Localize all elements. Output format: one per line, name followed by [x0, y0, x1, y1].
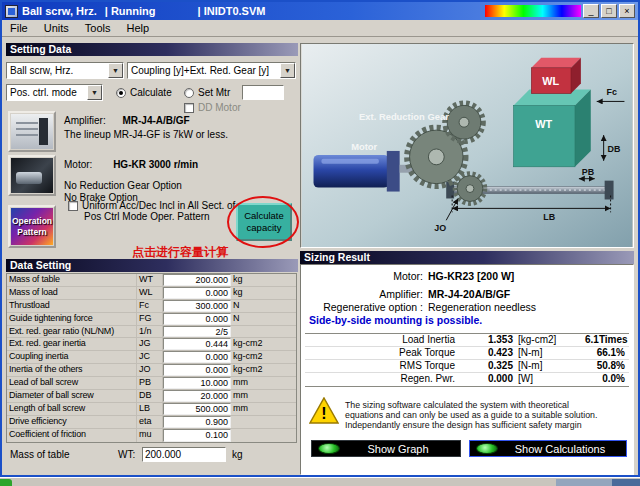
result-row: Load Inertia 1.353 [kg-cm2] 6.1Times	[305, 334, 629, 347]
close-button[interactable]: ×	[619, 4, 635, 18]
table-row[interactable]: Mass of table WT 200.000 kg	[7, 274, 296, 287]
param-value[interactable]: 0.100	[163, 429, 231, 442]
mechanism-combo[interactable]: Coupling [y]+Ext. Red. Gear [y] ▼	[127, 62, 296, 79]
chevron-down-icon[interactable]: ▼	[87, 85, 102, 100]
radio-icon[interactable]	[116, 88, 126, 98]
result-row: RMS Torque 0.325 [N-m] 50.8%	[305, 360, 629, 373]
table-row[interactable]: Inertia of the others JO 0.000 kg-cm2	[7, 364, 296, 377]
motor-device-icon	[11, 158, 53, 193]
motor-button[interactable]	[8, 155, 56, 196]
table-row[interactable]: Guide tightening force FG 0.000 N	[7, 313, 296, 326]
result-ratio: 50.8%	[585, 360, 629, 373]
param-label: Coupling inertia	[7, 351, 137, 363]
param-symbol: JC	[137, 351, 163, 363]
warning-icon: !	[309, 397, 339, 424]
result-row: Peak Torque 0.423 [N-m] 66.1%	[305, 347, 629, 360]
param-value[interactable]: 0.000	[163, 364, 231, 376]
table-row[interactable]: Coefficient of friction mu 0.100	[7, 429, 296, 442]
machine-type-combo[interactable]: Ball scrw, Hrz. ▼	[6, 62, 124, 79]
dd-motor-checkbox[interactable]: DD Motor	[184, 102, 241, 113]
titlebar[interactable]: Ball scrw, Hrz. | Running | INIDT0.SVM _…	[2, 2, 638, 20]
param-symbol: DB	[137, 390, 163, 402]
amplifier-button[interactable]	[8, 111, 56, 152]
table-row[interactable]: Diameter of ball screw DB 20.000 mm	[7, 390, 296, 403]
param-value[interactable]: 0.444	[163, 338, 231, 350]
uniform-accdec-label-2: Pos Ctrl Mode Oper. Pattern	[84, 211, 210, 222]
param-value[interactable]: 200.000	[163, 274, 231, 286]
eye-icon	[476, 443, 498, 454]
mass-of-table-input[interactable]	[142, 447, 226, 462]
param-label: Ext. red. gear inertia	[7, 338, 137, 350]
motor-line: Motor: HG-KR 3000 r/min	[64, 159, 198, 170]
table-row[interactable]: Lead of ball screw PB 10.000 mm	[7, 377, 296, 390]
table-row[interactable]: Length of ball screw LB 500.000 mm	[7, 403, 296, 416]
lb-label: LB	[543, 212, 555, 222]
app-window: Ball scrw, Hrz. | Running | INIDT0.SVM _…	[0, 0, 640, 477]
result-regen-value: Regeneration needless	[428, 301, 536, 313]
menu-help[interactable]: Help	[118, 22, 157, 34]
result-unit: [kg-cm2]	[513, 334, 585, 347]
taskbar-item-fragment[interactable]	[556, 479, 612, 486]
result-label: Regen. Pwr.	[305, 373, 455, 386]
checkbox-icon[interactable]	[68, 201, 78, 211]
result-value: 1.353	[455, 334, 513, 347]
minimize-button[interactable]: _	[583, 4, 599, 18]
jo-label: JO	[434, 223, 446, 233]
maximize-button[interactable]: □	[601, 4, 617, 18]
param-unit	[231, 429, 296, 442]
table-row[interactable]: Coupling inertia JC 0.000 kg-cm2	[7, 351, 296, 364]
chevron-down-icon[interactable]: ▼	[108, 63, 123, 78]
menu-units[interactable]: Units	[36, 22, 77, 34]
operation-pattern-label: Operation Pattern	[11, 216, 53, 236]
uniform-accdec-checkbox[interactable]: Uniform Acc/Dec Incl in All Sect. of	[68, 200, 235, 211]
param-value[interactable]: 20.000	[163, 390, 231, 402]
table-row[interactable]: Mass of load WL 0.000 kg	[7, 287, 296, 300]
taskbar	[0, 477, 640, 486]
table-row[interactable]: Ext. red. gear ratio (NL/NM) 1/n 2/5	[7, 326, 296, 339]
param-unit	[231, 326, 296, 338]
control-mode-combo[interactable]: Pos. ctrl. mode ▼	[6, 84, 103, 101]
ext-gear-label: Ext. Reduction Gear	[359, 111, 449, 122]
result-label: Load Inertia	[305, 334, 455, 347]
param-value[interactable]: 0.000	[163, 313, 231, 325]
start-button-fragment[interactable]	[0, 479, 12, 486]
window-status: | Running	[105, 5, 156, 17]
result-regen-line: Regenerative option : Regeneration needl…	[301, 301, 629, 313]
mechanism-value: Coupling [y]+Ext. Red. Gear [y]	[131, 65, 269, 76]
param-value[interactable]: 10.000	[163, 377, 231, 389]
table-row[interactable]: Ext. red. gear inertia JG 0.444 kg-cm2	[7, 338, 296, 351]
table-row[interactable]: Thrustload Fc 300.000 N	[7, 300, 296, 313]
show-calculations-button[interactable]: Show Calculations	[469, 440, 627, 457]
radio-icon[interactable]	[184, 88, 194, 98]
param-value[interactable]: 0.000	[163, 351, 231, 363]
param-symbol: LB	[137, 403, 163, 415]
app-icon	[5, 5, 18, 18]
menu-tools[interactable]: Tools	[77, 22, 119, 34]
set-mtr-input[interactable]	[242, 85, 284, 100]
param-value[interactable]: 300.000	[163, 300, 231, 312]
param-value[interactable]: 0.000	[163, 287, 231, 299]
mechanism-illustration: Ext. Reduction Gear Motor WL WT Fc DB PB…	[300, 43, 634, 248]
show-graph-button[interactable]: Show Graph	[311, 440, 461, 457]
radio-set-mtr[interactable]: Set Mtr	[184, 87, 230, 98]
param-label: Mass of load	[7, 287, 137, 299]
result-ratio: 6.1Times	[585, 334, 632, 347]
wl-label: WL	[542, 75, 559, 87]
param-value[interactable]: 0.900	[163, 416, 231, 428]
parameter-table: Mass of table WT 200.000 kg Mass of load…	[6, 273, 297, 443]
param-symbol: mu	[137, 429, 163, 442]
param-value[interactable]: 2/5	[163, 326, 231, 338]
edit-row-label: Mass of table	[10, 449, 69, 460]
radio-calculate[interactable]: Calculate	[116, 87, 172, 98]
param-unit: kg	[231, 287, 296, 299]
operation-pattern-button[interactable]: Operation Pattern	[8, 205, 56, 248]
calculate-capacity-button[interactable]: Calculate capacity	[236, 203, 292, 241]
menu-file[interactable]: File	[2, 22, 36, 34]
menubar: File Units Tools Help	[2, 20, 638, 37]
param-value[interactable]: 500.000	[163, 403, 231, 415]
param-symbol: PB	[137, 377, 163, 389]
table-row[interactable]: Drive efficiency eta 0.900	[7, 416, 296, 429]
checkbox-icon[interactable]	[184, 103, 194, 113]
show-graph-label: Show Graph	[344, 443, 460, 455]
chevron-down-icon[interactable]: ▼	[280, 63, 295, 78]
